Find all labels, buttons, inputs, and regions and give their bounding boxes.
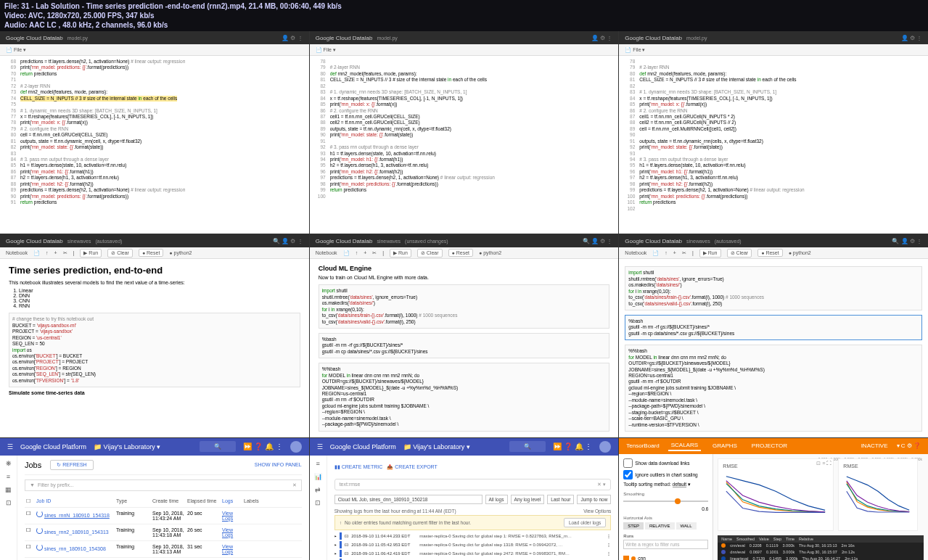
tab-graphs[interactable]: GRAPHS [710, 441, 740, 450]
log-filter[interactable]: text:rmse✕ ▾ [334, 479, 612, 490]
log-row[interactable]: ▸ ⊡2018-09-10 11:04:44.233 EDTmaster-rep… [334, 532, 612, 540]
load-older[interactable]: Load older logs [564, 518, 606, 527]
ml-icon[interactable]: ❋ [6, 460, 12, 467]
hax-step[interactable]: STEP [623, 522, 644, 530]
code-editor[interactable]: 7879# 2-layer RNN80def rnn2_model(featur… [310, 56, 619, 234]
chart-rmse-1[interactable]: RMSE ⊡ ≡ ⛶ [718, 458, 834, 531]
avatar-icon[interactable] [290, 441, 302, 453]
menu-icon[interactable]: ☰ [7, 443, 13, 450]
log-source[interactable]: Cloud ML Job, sines_dnn_180910_150218 [334, 495, 483, 504]
job-row[interactable]: ☐ sines_rnn_180910_154308TrainingSep 10,… [25, 541, 302, 558]
jobs-table: ☐Job IDTypeCreate timeElapsed timeLogsLa… [25, 495, 302, 560]
refresh-btn[interactable]: ↻ REFRESH [50, 460, 93, 470]
tb-sidebar: Show data download links Ignore outliers… [619, 454, 713, 560]
ignore-outliers-chk [623, 470, 633, 479]
code-cell[interactable]: # change these to try this notebook outB… [9, 313, 300, 387]
log-row[interactable]: ▸ ⊡2018-09-10 11:06:42.419 EDTmaster-rep… [334, 549, 612, 558]
page-title: Jobs [25, 461, 41, 469]
clear-btn[interactable]: ⊘ Clear [107, 249, 133, 258]
thumb-3: Google Cloud Datalabmodel.py👤 ⚙ ⋮ 📄 File… [619, 31, 928, 234]
show-info-panel[interactable]: SHOW INFO PANEL [255, 462, 302, 467]
thumbnail-grid: Google Cloud Datalabmodel.py👤 ⚙ ⋮ 📄 File… [0, 31, 928, 560]
thumb-2: Google Cloud Datalabmodel.py👤 ⚙ ⋮ 📄 File… [310, 31, 619, 234]
runs-filter[interactable]: Write a regex to filter runs [623, 540, 708, 549]
job-row[interactable]: ☐ sines_rnnN_180910_154318TrainingSep 10… [25, 508, 302, 524]
file-chip[interactable]: 📄 File ▾ [6, 47, 26, 53]
thumb-5: Google Cloud Datalabsinewaves(unsaved ch… [310, 234, 619, 437]
search-bar[interactable]: 🔍 [200, 441, 236, 452]
thumb-6: Google Cloud Datalabsinewaves(autosaved)… [619, 234, 928, 437]
tb-data-table: NameSmoothedValueStepTimeRelativecnn/eva… [718, 535, 924, 560]
tab-projector[interactable]: PROJECTOR [749, 441, 790, 450]
view-options[interactable]: View Options [583, 508, 611, 514]
notebook-btn[interactable]: Notebook [6, 250, 28, 255]
filter-input[interactable]: ▼ Filter by prefix...✕ [25, 479, 302, 491]
reset-btn[interactable]: ● Reset [139, 249, 163, 257]
thumb-4: Google Cloud Datalabsinewaves(autosaved)… [0, 234, 309, 437]
code-editor[interactable]: 7879# 2-layer RNN80def rnn2_model(featur… [619, 56, 928, 234]
media-info-header: File: 31 - Lab Solution - Time series pr… [0, 0, 928, 31]
nb-title: Time series prediction, end-to-end [9, 265, 300, 276]
job-row[interactable]: ☐ sines_rnn2_180910_154313TrainingSep 10… [25, 524, 302, 541]
hax-relative[interactable]: RELATIVE [645, 522, 675, 530]
thumb-8: ☰Google Cloud Platform📁 Vijay's Laborato… [310, 438, 619, 560]
log-row[interactable]: ▸ ⊡2018-09-10 11:05:42.953 EDTmaster-rep… [334, 540, 612, 549]
notebook-body[interactable]: Time series prediction, end-to-end This … [0, 259, 309, 437]
project-picker[interactable]: 📁 Vijay's Laboratory ▾ [94, 443, 160, 450]
tb-logo: TensorBoard [626, 442, 659, 449]
job-row[interactable]: ☐ sines_cnn_180910_154303TrainingSep 10,… [25, 558, 302, 560]
notebook-body[interactable]: Cloud ML Engine Now to train on Cloud ML… [310, 259, 619, 437]
run-btn[interactable]: ▶ Run [80, 249, 102, 258]
smoothing-slider[interactable] [623, 501, 708, 502]
create-metric-btn[interactable]: ▮▮ CREATE METRIC [334, 464, 383, 470]
thumb-7: ☰Google Cloud Platform📁 Vijay's Laborato… [0, 438, 309, 560]
create-export-btn[interactable]: 📤 CREATE EXPORT [387, 464, 437, 470]
datalab-logo: Google Cloud Datalab [6, 35, 63, 41]
gcp-topbar: ☰Google Cloud Platform📁 Vijay's Laborato… [0, 438, 309, 456]
notebook-body[interactable]: import shutilshutil.rmtree('data/sines',… [619, 259, 928, 437]
show-download-chk [623, 458, 633, 468]
gcp-sidebar: ❋≡▦⊡ [0, 456, 17, 560]
tab-scalars[interactable]: SCALARS [668, 440, 701, 451]
chart-rmse-2[interactable]: RMSE [838, 458, 918, 531]
hax-wall[interactable]: WALL [676, 522, 697, 530]
code-editor[interactable]: 68 predictions = tf.layers.dense(h2, 1, … [0, 56, 309, 234]
thumb-1: Google Cloud Datalabmodel.py👤 ⚙ ⋮ 📄 File… [0, 31, 309, 234]
tb-topbar: TensorBoardSCALARSGRAPHSPROJECTORINACTIV… [619, 438, 928, 454]
thumb-9: TensorBoardSCALARSGRAPHSPROJECTORINACTIV… [619, 438, 928, 560]
log-row[interactable]: ▸ ⊡2018-09-10 11:07:12.399 EDTmaster-rep… [334, 558, 612, 560]
